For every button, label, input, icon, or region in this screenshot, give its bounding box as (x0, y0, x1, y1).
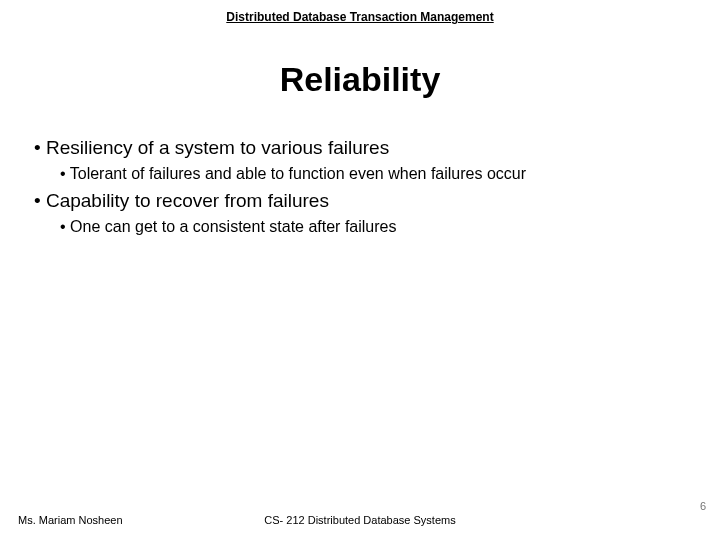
bullet-level1: • Resiliency of a system to various fail… (34, 135, 686, 161)
bullet-text: Tolerant of failures and able to functio… (70, 165, 526, 182)
bullet-text: One can get to a consistent state after … (70, 218, 396, 235)
page-number: 6 (700, 500, 706, 512)
bullet-text: Resiliency of a system to various failur… (46, 137, 389, 158)
slide-title: Reliability (0, 60, 720, 99)
slide-header: Distributed Database Transaction Managem… (0, 0, 720, 24)
title-band: Reliability (0, 42, 720, 121)
bullet-level1: • Capability to recover from failures (34, 188, 686, 214)
slide-content: • Resiliency of a system to various fail… (0, 121, 720, 237)
bullet-level2: • One can get to a consistent state afte… (34, 216, 686, 238)
bullet-text: Capability to recover from failures (46, 190, 329, 211)
bullet-level2: • Tolerant of failures and able to funct… (34, 163, 686, 185)
footer-author: Ms. Mariam Nosheen (18, 514, 123, 526)
footer-course: CS- 212 Distributed Database Systems (264, 514, 455, 526)
